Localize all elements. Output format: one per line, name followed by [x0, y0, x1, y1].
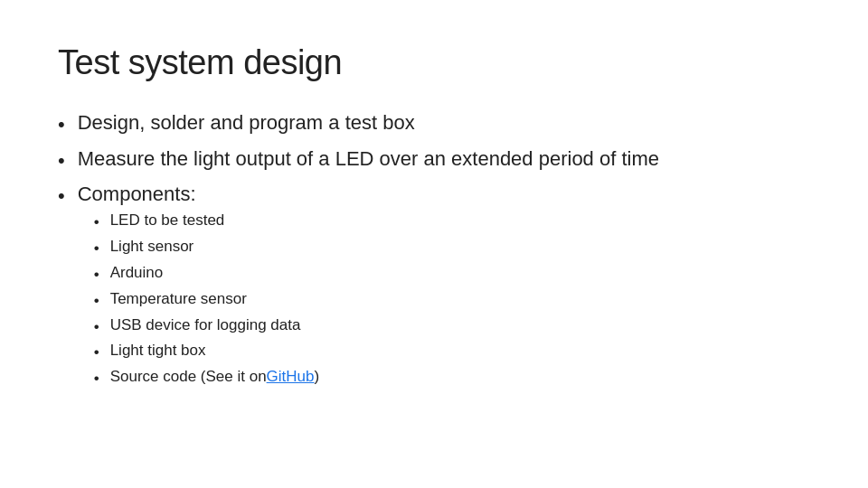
- slide-content: Test system design Design, solder and pr…: [58, 43, 810, 403]
- bullet-item-1: Design, solder and program a test box: [58, 111, 810, 138]
- sub-bullet-text-4: Temperature sensor: [110, 290, 247, 308]
- bullet-text-3: Components:: [78, 183, 320, 206]
- sub-bullet-item-6: Light tight box: [94, 342, 320, 363]
- components-item: Components: LED to be tested Light senso…: [78, 183, 320, 394]
- sub-bullet-text-3: Arduino: [110, 264, 164, 282]
- sub-bullet-text-6: Light tight box: [110, 342, 206, 360]
- sub-bullet-text-2: Light sensor: [110, 238, 194, 256]
- sub-bullet-text-7-suffix: ): [315, 368, 320, 386]
- main-bullet-list: Design, solder and program a test box Me…: [58, 111, 810, 394]
- sub-bullet-item-2: Light sensor: [94, 238, 320, 259]
- sub-bullet-text-7-prefix: Source code (See it on: [110, 368, 267, 386]
- bullet-text-2: Measure the light output of a LED over a…: [78, 147, 659, 171]
- sub-bullet-item-3: Arduino: [94, 264, 320, 286]
- sub-bullet-item-1: LED to be tested: [94, 211, 320, 233]
- github-link[interactable]: GitHub: [267, 368, 315, 386]
- slide-title: Test system design: [58, 43, 810, 82]
- sub-bullet-text-5: USB device for logging data: [110, 316, 301, 334]
- bullet-text-1: Design, solder and program a test box: [78, 111, 415, 135]
- sub-bullet-item-7: Source code (See it on GitHub): [94, 368, 320, 389]
- sub-bullet-list: LED to be tested Light sensor Arduino Te…: [94, 211, 320, 394]
- bullet-item-3: Components: LED to be tested Light senso…: [58, 183, 810, 394]
- sub-bullet-item-4: Temperature sensor: [94, 290, 320, 312]
- bullet-item-2: Measure the light output of a LED over a…: [58, 147, 810, 174]
- sub-bullet-item-5: USB device for logging data: [94, 316, 320, 338]
- sub-bullet-text-1: LED to be tested: [110, 211, 225, 230]
